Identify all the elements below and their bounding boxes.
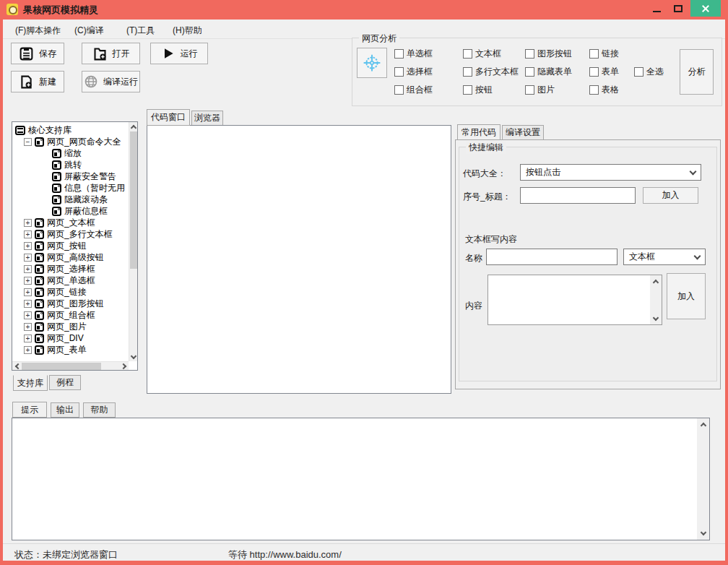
tree-item[interactable]: +网页_图形按钮 [14,298,128,309]
scroll-left-arrow[interactable] [12,362,21,371]
tree-item[interactable]: 信息（暂时无用 [14,182,128,194]
menu-tools[interactable]: (T)工具 [124,24,157,38]
scroll-right-arrow[interactable] [120,362,129,371]
tree-item[interactable]: 屏蔽安全警告 [14,171,128,182]
expand-icon[interactable]: + [24,323,32,331]
close-button[interactable] [690,0,721,17]
run-button[interactable]: 运行 [150,43,208,64]
expand-icon[interactable]: + [24,219,32,227]
expand-icon[interactable]: + [24,335,32,342]
checkbox-box[interactable] [463,49,472,59]
scroll-up-arrow[interactable] [129,122,138,131]
element-type-select[interactable]: 文本框 [623,249,706,265]
checkbox-image[interactable]: 图片 [525,84,555,95]
new-button[interactable]: 新建 [11,71,64,92]
checkbox-box[interactable] [463,67,472,77]
tree-item[interactable]: +网页_单选框 [14,275,128,286]
expand-icon[interactable]: + [24,311,32,319]
expand-icon[interactable]: + [24,254,32,262]
checkbox-link[interactable]: 链接 [589,48,619,59]
checkbox-box[interactable] [589,85,599,95]
checkbox-form[interactable]: 表单 [589,66,619,77]
expand-icon[interactable]: + [24,288,32,296]
tree-item[interactable]: 隐藏滚动条 [14,194,128,205]
expand-icon[interactable]: + [24,300,32,308]
tree-item[interactable]: +网页_按钮 [14,240,128,251]
scroll-up-arrow[interactable] [650,276,662,286]
expand-icon[interactable]: + [24,242,32,250]
tree-item[interactable]: +网页_选择框 [14,263,128,275]
tree-vscroll-thumb[interactable] [130,131,137,269]
collapse-icon[interactable]: − [24,138,32,146]
name-input[interactable] [486,249,618,265]
checkbox-button[interactable]: 按钮 [463,84,493,95]
tab-support-library[interactable]: 支持库 [13,375,48,391]
scroll-down-arrow[interactable] [129,353,138,361]
tab-examples[interactable]: 例程 [49,375,81,390]
target-picker-button[interactable] [357,48,387,78]
save-button[interactable]: 保存 [11,43,64,64]
checkbox-box[interactable] [525,49,534,59]
tree-item[interactable]: +网页_图片 [14,321,128,332]
minimize-button[interactable] [646,0,667,17]
checkbox-combo-box[interactable]: 组合框 [394,84,433,95]
checkbox-box[interactable] [394,85,404,95]
add-content-button[interactable]: 加入 [667,273,706,319]
add-code-button[interactable]: 加入 [643,187,698,204]
checkbox-hidden-form[interactable]: 隐藏表单 [525,66,572,77]
checkbox-select-box[interactable]: 选择框 [394,66,433,77]
tree-horizontal-scrollbar[interactable] [12,361,129,370]
tree-item[interactable]: +网页_文本框 [14,217,128,228]
open-button[interactable]: 打开 [82,43,140,64]
tab-output[interactable]: 输出 [51,402,79,418]
tree-item[interactable]: 跳转 [14,159,128,171]
checkbox-box[interactable] [394,67,404,77]
checkbox-image-button[interactable]: 图形按钮 [525,48,572,59]
checkbox-box[interactable] [589,67,599,77]
tree-item[interactable]: +网页_高级按钮 [14,251,128,263]
tree-item[interactable]: +网页_链接 [14,286,128,298]
maximize-button[interactable] [667,0,689,17]
expand-icon[interactable]: + [24,346,32,354]
checkbox-select-all[interactable]: 全选 [634,66,664,77]
menu-compile[interactable]: (C)编译 [72,24,106,38]
output-scrollbar[interactable] [697,418,709,540]
tab-browser[interactable]: 浏览器 [191,111,223,126]
checkbox-table[interactable]: 表格 [589,84,619,95]
checkbox-multiline-text-box[interactable]: 多行文本框 [463,66,519,77]
tab-help[interactable]: 帮助 [83,402,116,418]
tab-code-window[interactable]: 代码窗口 [147,109,190,126]
analyze-button[interactable]: 分析 [680,49,714,95]
tree-vertical-scrollbar[interactable] [129,122,137,361]
checkbox-box[interactable] [525,67,534,77]
code-catalog-select[interactable]: 按钮点击 [520,164,701,181]
tree-hscroll-thumb[interactable] [22,363,101,370]
serial-title-input[interactable] [520,187,636,204]
output-area[interactable] [12,418,710,540]
tab-common-code[interactable]: 常用代码 [457,124,500,140]
expand-icon[interactable]: + [24,265,32,273]
checkbox-box[interactable] [463,85,472,95]
checkbox-box[interactable] [634,67,644,77]
content-textarea[interactable] [488,275,662,325]
tree-item[interactable]: +网页_多行文本框 [14,228,128,240]
tree-item[interactable]: +网页_表单 [14,344,128,355]
tab-compile-settings[interactable]: 编译设置 [502,125,544,140]
scroll-down-arrow[interactable] [650,314,662,324]
tree-item[interactable]: 屏蔽信息框 [14,205,128,217]
checkbox-box[interactable] [394,49,404,59]
content-scrollbar[interactable] [650,275,662,324]
menu-script-ops[interactable]: (F)脚本操作 [13,24,63,38]
checkbox-box[interactable] [589,49,599,59]
tree-item[interactable]: +网页_组合框 [14,309,128,321]
tree-item[interactable]: −网页_网页命令大全 [14,136,128,147]
scroll-up-arrow[interactable] [697,419,709,430]
expand-icon[interactable]: + [24,230,32,238]
tree-item[interactable]: 核心支持库 [14,124,128,136]
scroll-down-arrow[interactable] [697,528,709,539]
compile-run-button[interactable]: 编译运行 [82,71,140,92]
checkbox-box[interactable] [525,85,534,95]
checkbox-text-box[interactable]: 文本框 [463,48,501,59]
code-editor-area[interactable] [147,125,451,394]
tree-item[interactable]: +网页_DIV [14,332,128,344]
